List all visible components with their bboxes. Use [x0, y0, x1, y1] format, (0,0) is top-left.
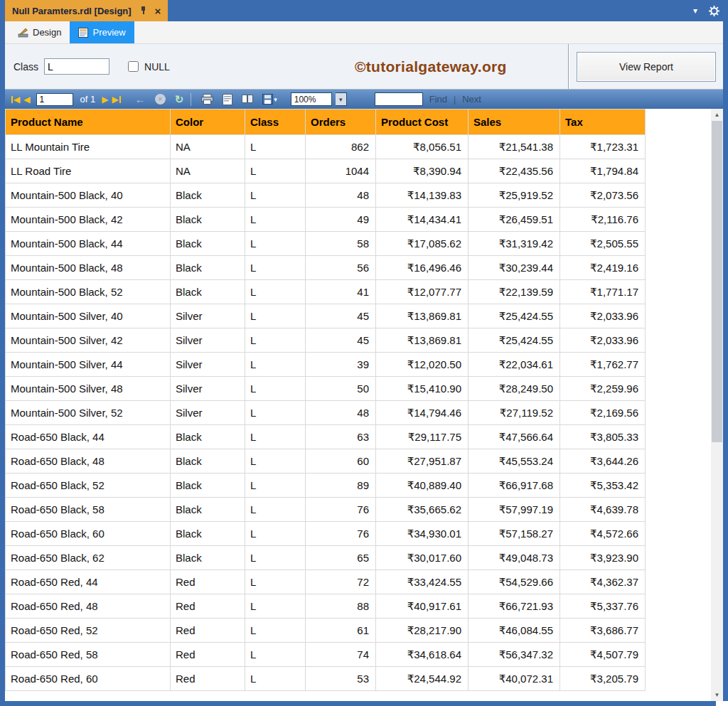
- first-page-button[interactable]: ◀: [11, 95, 20, 104]
- table-cell: Mountain-500 Silver, 48: [6, 377, 171, 401]
- scroll-up-icon[interactable]: ▲: [711, 109, 723, 121]
- tab-design-label: Design: [33, 27, 61, 38]
- table-cell: Road-650 Red, 60: [6, 667, 171, 691]
- table-cell: ₹30,017.60: [376, 546, 469, 570]
- table-cell: L: [245, 546, 306, 570]
- table-cell: ₹4,639.78: [560, 498, 646, 522]
- table-cell: ₹40,917.61: [376, 594, 469, 619]
- table-cell: 72: [306, 570, 376, 594]
- table-row: Mountain-500 Black, 52BlackL41₹12,077.77…: [6, 280, 646, 304]
- zoom-select[interactable]: 100%: [291, 92, 332, 106]
- table-cell: ₹27,951.87: [376, 449, 469, 474]
- table-cell: L: [245, 449, 306, 474]
- class-param-input[interactable]: [44, 58, 109, 75]
- table-cell: ₹57,997.19: [469, 498, 560, 522]
- table-cell: ₹8,056.51: [376, 135, 469, 159]
- table-cell: ₹16,496.46: [376, 256, 469, 280]
- table-cell: ₹30,239.44: [469, 256, 560, 280]
- table-cell: L: [245, 401, 306, 425]
- column-header: Tax: [560, 109, 646, 135]
- stop-icon[interactable]: ×: [155, 94, 166, 105]
- scroll-down-icon[interactable]: ▼: [711, 689, 723, 701]
- table-cell: Mountain-500 Silver, 52: [6, 401, 171, 425]
- column-header: Product Cost: [376, 109, 469, 135]
- table-cell: L: [245, 280, 306, 304]
- next-link[interactable]: Next: [462, 94, 481, 105]
- table-cell: ₹14,434.41: [376, 208, 469, 232]
- table-cell: L: [245, 522, 306, 546]
- resize-grip[interactable]: [716, 701, 728, 706]
- next-page-button[interactable]: ▶: [102, 95, 108, 104]
- titlebar-actions: ▾: [693, 0, 728, 21]
- page-setup-icon[interactable]: [239, 94, 256, 105]
- close-icon[interactable]: ×: [155, 6, 161, 16]
- table-cell: 76: [306, 522, 376, 546]
- table-cell: ₹12,077.77: [376, 280, 469, 304]
- export-icon[interactable]: ▾: [259, 94, 280, 105]
- table-row: Mountain-500 Black, 40BlackL48₹14,139.83…: [6, 183, 646, 208]
- table-cell: ₹25,919.52: [469, 183, 560, 208]
- table-row: Road-650 Red, 52RedL61₹28,217.90₹46,084.…: [6, 619, 646, 643]
- table-cell: Mountain-500 Silver, 40: [6, 304, 171, 328]
- table-cell: L: [245, 208, 306, 232]
- refresh-icon[interactable]: ↻: [175, 93, 184, 106]
- find-input[interactable]: [375, 92, 423, 106]
- document-tab[interactable]: Null Paramters.rdl [Design] ×: [5, 0, 168, 21]
- parameter-panel: Class NULL ©tutorialgateway.org View Rep…: [5, 44, 723, 90]
- chevron-down-icon[interactable]: ▾: [693, 6, 697, 16]
- report-table: Product NameColorClassOrdersProduct Cost…: [5, 109, 646, 691]
- table-cell: Black: [171, 183, 245, 208]
- print-icon[interactable]: [198, 94, 216, 105]
- table-cell: L: [245, 232, 306, 256]
- table-cell: ₹3,923.90: [560, 546, 646, 570]
- table-cell: ₹2,033.96: [560, 304, 646, 328]
- table-cell: ₹2,073.56: [560, 183, 646, 208]
- tab-design[interactable]: Design: [9, 21, 70, 43]
- table-cell: Black: [171, 232, 245, 256]
- page-number-input[interactable]: [36, 93, 73, 106]
- table-cell: ₹13,869.81: [376, 328, 469, 353]
- table-cell: ₹49,048.73: [469, 546, 560, 570]
- table-cell: ₹33,424.55: [376, 570, 469, 594]
- document-title: Null Paramters.rdl [Design]: [12, 6, 132, 16]
- table-cell: ₹5,337.76: [560, 594, 646, 619]
- pin-icon[interactable]: [139, 6, 148, 16]
- table-cell: Red: [171, 619, 245, 643]
- class-parameter: Class NULL: [5, 44, 170, 89]
- find-link[interactable]: Find: [429, 94, 447, 105]
- table-cell: ₹4,572.66: [560, 522, 646, 546]
- table-cell: Black: [171, 208, 245, 232]
- tab-preview[interactable]: Preview: [70, 21, 134, 43]
- zoom-caret-icon[interactable]: ▾: [336, 92, 347, 106]
- scroll-track[interactable]: [711, 121, 723, 689]
- back-to-parent-icon[interactable]: ←: [135, 93, 146, 105]
- table-cell: 49: [306, 208, 376, 232]
- print-layout-icon[interactable]: [220, 94, 235, 105]
- previous-page-button[interactable]: ◀: [23, 95, 30, 104]
- watermark: ©tutorialgateway.org: [355, 58, 507, 75]
- table-cell: LL Road Tire: [6, 159, 171, 183]
- vertical-scrollbar[interactable]: ▲ ▼: [711, 109, 723, 701]
- table-cell: ₹31,319.42: [469, 232, 560, 256]
- tab-preview-label: Preview: [92, 27, 125, 38]
- design-icon: [18, 28, 28, 38]
- table-row: Road-650 Black, 48BlackL60₹27,951.87₹45,…: [6, 449, 646, 474]
- table-cell: ₹25,424.55: [469, 304, 560, 328]
- null-checkbox[interactable]: [128, 61, 139, 72]
- scroll-thumb[interactable]: [712, 121, 722, 442]
- table-cell: ₹2,419.16: [560, 256, 646, 280]
- table-cell: ₹34,930.01: [376, 522, 469, 546]
- table-cell: Mountain-500 Black, 48: [6, 256, 171, 280]
- last-page-button[interactable]: ▶: [112, 95, 121, 104]
- gear-icon[interactable]: [709, 6, 719, 16]
- table-cell: ₹2,116.76: [560, 208, 646, 232]
- table-cell: Red: [171, 643, 245, 667]
- table-row: LL Road TireNAL1044₹8,390.94₹22,435.56₹1…: [6, 159, 646, 183]
- table-row: Mountain-500 Silver, 40SilverL45₹13,869.…: [6, 304, 646, 328]
- table-cell: ₹3,686.77: [560, 619, 646, 643]
- table-cell: ₹45,553.24: [469, 449, 560, 474]
- report-body: Product NameColorClassOrdersProduct Cost…: [5, 109, 723, 701]
- table-cell: ₹5,353.42: [560, 474, 646, 498]
- view-report-button[interactable]: View Report: [577, 52, 716, 82]
- table-cell: 58: [306, 232, 376, 256]
